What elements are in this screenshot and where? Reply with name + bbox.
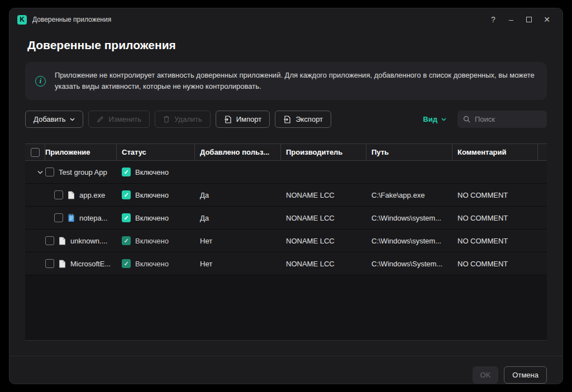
file-icon [59,237,66,245]
ok-button[interactable]: OK [473,366,499,384]
export-button-label: Экспорт [295,115,323,123]
col-header-spacer [538,144,548,160]
app-name-cell: notepa... [45,213,117,222]
close-button[interactable]: ✕ [538,11,556,28]
row-checkbox[interactable] [45,259,54,268]
trusted-apps-table: Приложение Статус Добавлено польз... Про… [25,144,547,341]
status-checkbox[interactable] [122,190,131,199]
comment-cell: NO COMMENT [452,214,538,222]
search-icon [463,116,470,123]
comment-cell: NO COMMENT [452,237,538,245]
added-cell: Да [195,214,281,222]
vendor-cell: NONAME LCC [281,260,366,268]
path-cell: C:\Windows\system... [366,237,452,245]
app-name: unknown.... [70,237,108,245]
status-label: Включено [135,191,169,199]
pencil-icon [97,116,104,123]
app-window: K Доверенные приложения ? – ✕ Доверенные… [9,8,563,384]
row-checkbox[interactable] [45,236,54,245]
add-button-label: Добавить [34,115,65,123]
chevron-down-icon [441,118,446,121]
desktop: { "window": { "title": "Доверенные прило… [0,0,572,392]
col-header-comment[interactable]: Комментарий [452,144,538,160]
file-icon [59,260,66,268]
app-name-cell: app.exe [45,190,117,199]
vendor-cell: NONAME LCC [281,191,366,199]
status-label: Включено [135,237,169,245]
group-expand-cell [25,170,45,174]
path-cell: C:\Windows\system... [366,214,452,222]
table-row[interactable]: app.exe Включено Да NONAME LCC C:\Fake\a… [25,184,547,207]
import-button[interactable]: Импорт [216,111,270,128]
search-box[interactable] [457,111,547,128]
export-button[interactable]: Экспорт [275,111,331,128]
group-status-cell: Включено [117,168,195,176]
status-checkbox[interactable] [122,168,131,176]
import-icon [224,116,232,123]
app-name-cell: MicrosoftE... [45,259,117,268]
table-row[interactable]: notepa... Включено Да NONAME LCC C:\Wind… [25,207,547,230]
status-label: Включено [135,214,169,222]
header-checkbox-cell [25,144,45,160]
row-checkbox[interactable] [45,168,54,176]
toolbar-right: Вид [423,111,547,128]
status-checkbox[interactable] [122,236,131,245]
group-name: Test group App [59,168,107,176]
content-spacer [25,341,547,356]
chevron-down-icon[interactable] [37,170,43,174]
row-checkbox[interactable] [54,213,63,222]
col-header-vendor[interactable]: Производитель [281,144,366,160]
delete-button[interactable]: Удалить [155,111,211,128]
vendor-cell: NONAME LCC [281,237,366,245]
path-cell: C:\Windows\System... [366,260,452,268]
table-row[interactable]: unknown.... Включено Нет NONAME LCC C:\W… [25,230,547,252]
search-input[interactable] [475,115,541,123]
comment-cell: NO COMMENT [452,191,538,199]
toolbar: Добавить Изменить Удалить Импорт Экспорт [25,111,547,128]
edit-button-label: Изменить [108,115,141,123]
view-dropdown[interactable]: Вид [423,115,446,123]
col-header-application[interactable]: Приложение [45,144,117,160]
edit-button[interactable]: Изменить [88,111,150,128]
table-row[interactable]: MicrosoftE... Включено Нет NONAME LCC C:… [25,252,547,275]
table-empty-area [25,275,547,341]
kaspersky-logo-icon: K [17,15,27,25]
maximize-icon [526,17,532,22]
trash-icon [163,116,170,123]
added-cell: Нет [195,237,281,245]
app-name: MicrosoftE... [70,260,111,268]
titlebar: K Доверенные приложения ? – ✕ [9,8,563,31]
window-controls: ? – ✕ [484,11,556,28]
table-header: Приложение Статус Добавлено польз... Про… [25,144,547,161]
file-icon [68,191,75,199]
table-group-row[interactable]: Test group App Включено [25,161,547,184]
col-header-added-by-user[interactable]: Добавлено польз... [195,144,281,160]
added-cell: Нет [195,260,281,268]
col-header-path[interactable]: Путь [366,144,452,160]
help-button[interactable]: ? [484,11,502,28]
content: Доверенные приложения i Приложение не ко… [9,31,563,356]
vendor-cell: NONAME LCC [281,214,366,222]
status-checkbox[interactable] [122,259,131,268]
minimize-button[interactable]: – [502,11,520,28]
maximize-button[interactable] [520,11,538,28]
import-button-label: Импорт [236,115,261,123]
comment-cell: NO COMMENT [452,260,538,268]
added-cell: Да [195,191,281,199]
view-dropdown-label: Вид [423,115,437,123]
row-checkbox[interactable] [54,190,63,199]
info-banner: i Приложение не контролирует активность … [25,62,547,100]
info-banner-text: Приложение не контролирует активность до… [55,70,537,92]
status-cell: Включено [117,259,195,268]
status-label: Включено [135,260,169,268]
cancel-button[interactable]: Отмена [504,366,547,384]
info-icon: i [35,76,46,87]
col-header-status[interactable]: Статус [117,144,195,160]
path-cell: C:\Fake\app.exe [366,191,452,199]
add-button[interactable]: Добавить [25,111,83,128]
select-all-checkbox[interactable] [31,148,40,157]
status-cell: Включено [117,236,195,245]
chevron-down-icon [70,118,75,121]
status-checkbox[interactable] [122,213,131,222]
group-name-cell: Test group App [45,168,117,176]
